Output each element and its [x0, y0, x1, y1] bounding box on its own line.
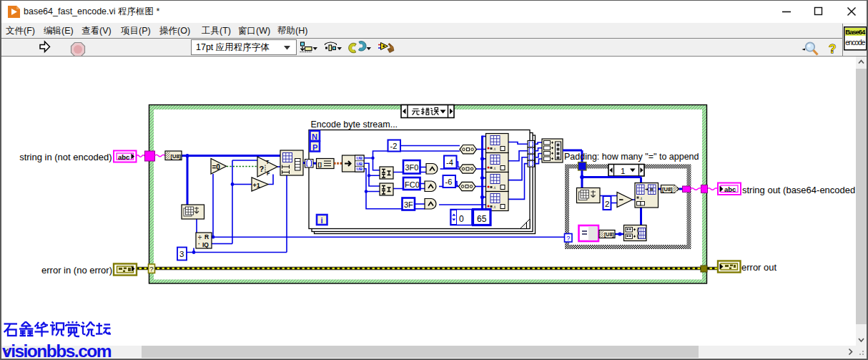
svg-text:string out (base64-encoded: string out (base64-encoded — [742, 185, 855, 195]
svg-text:2: 2 — [605, 200, 609, 208]
svg-text:error out: error out — [741, 262, 777, 273]
svg-text:?: ? — [566, 235, 570, 242]
svg-text:P: P — [312, 143, 317, 152]
svg-text:error in (no error): error in (no error) — [41, 265, 112, 276]
svg-text:?: ? — [260, 165, 265, 173]
svg-text:·: · — [198, 240, 200, 248]
svg-text:3: 3 — [179, 250, 184, 258]
svg-text:0: 0 — [459, 214, 464, 224]
svg-text:3F0: 3F0 — [405, 163, 419, 172]
svg-text:+1: +1 — [253, 182, 260, 189]
svg-text:R: R — [204, 233, 209, 240]
svg-text:UB: UB — [357, 167, 363, 171]
svg-text:-2: -2 — [390, 142, 398, 150]
svg-text:Encode byte stream...: Encode byte stream... — [311, 120, 398, 130]
svg-text:i: i — [321, 216, 323, 225]
svg-text:-6: -6 — [445, 177, 453, 186]
svg-text:FC0: FC0 — [405, 180, 420, 189]
svg-text:[]: [] — [318, 161, 322, 167]
svg-text:.t: .t — [640, 196, 643, 200]
svg-text:3F: 3F — [404, 200, 413, 209]
svg-text:N: N — [312, 132, 317, 141]
svg-text:.t: .t — [493, 147, 496, 151]
svg-text:?: ? — [149, 265, 153, 273]
svg-text:F: F — [267, 171, 270, 176]
svg-text:-4: -4 — [446, 158, 453, 167]
svg-text:=0: =0 — [212, 163, 221, 171]
svg-text:abc: abc — [724, 185, 736, 193]
svg-text:1: 1 — [621, 167, 625, 175]
svg-text:[U8]: [U8] — [662, 186, 673, 193]
svg-text:IQ: IQ — [202, 241, 209, 248]
svg-text:65: 65 — [477, 214, 487, 224]
svg-text:UB: UB — [357, 162, 363, 166]
svg-text:[U8]: [U8] — [171, 153, 182, 160]
svg-text:string in (not encoded): string in (not encoded) — [19, 152, 112, 162]
svg-text:abc: abc — [118, 153, 129, 161]
svg-text:T: T — [266, 160, 270, 165]
svg-text:Padding: how many "=" to appen: Padding: how many "=" to append — [564, 152, 699, 162]
svg-text:UB: UB — [357, 156, 363, 160]
svg-text:[U8]: [U8] — [604, 232, 614, 238]
